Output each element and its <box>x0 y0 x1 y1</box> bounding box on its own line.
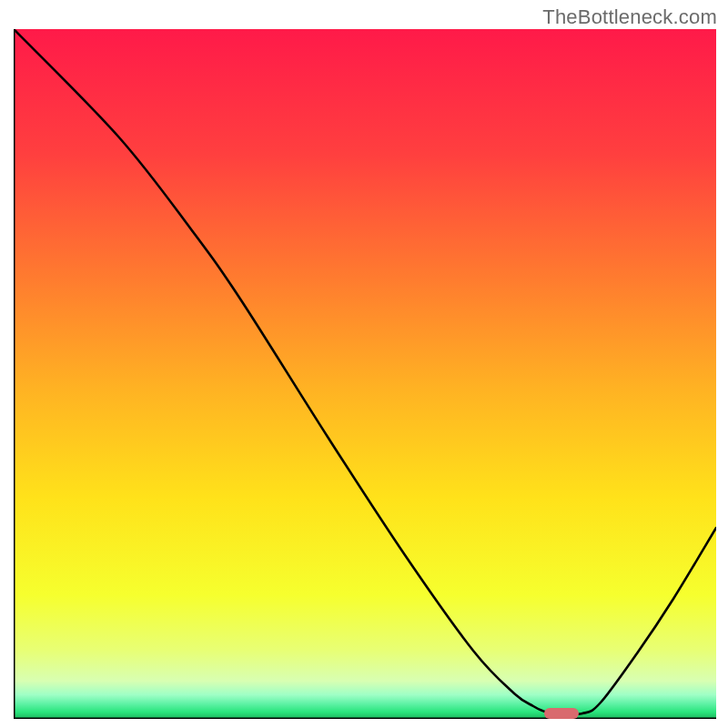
watermark-text: TheBottleneck.com <box>542 5 717 29</box>
optimal-marker <box>544 708 579 719</box>
chart-curve-layer <box>14 29 716 719</box>
bottleneck-curve-line <box>14 29 716 714</box>
chart-plot-area <box>14 29 716 719</box>
